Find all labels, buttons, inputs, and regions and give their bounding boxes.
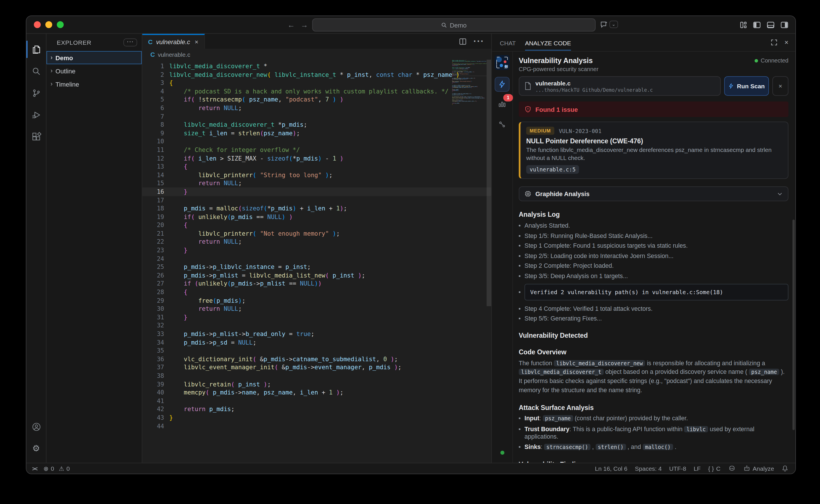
scan-target-file[interactable]: vulnerable.c ...thons/HackTU Github/Demo… xyxy=(519,76,721,96)
code-line: 33 p_mdis->p_mlist->b_read_only = true; xyxy=(142,330,491,338)
code-line: 17 xyxy=(142,196,491,204)
vulnerability-title: NULL Pointer Dereference (CWE-476) xyxy=(526,138,782,144)
traffic-lights xyxy=(34,21,64,28)
bullet-dot xyxy=(519,291,520,293)
scan-tool-icon[interactable] xyxy=(495,77,509,92)
customize-layout-icon[interactable] xyxy=(740,21,747,28)
analysis-log-list: Analysis Started.Step 1/5: Running Rule-… xyxy=(519,222,788,280)
code-line: 34 p_mdis->p_sd = NULL; xyxy=(142,338,491,346)
explorer-more-actions[interactable]: ··· xyxy=(123,38,137,46)
c-file-icon: C xyxy=(150,51,155,58)
code-line: 27 if (unlikely(p_mdis->p_mlist == NULL)… xyxy=(142,280,491,288)
code-line: 13 { xyxy=(142,162,491,171)
code-line: 29 free(p_mdis); xyxy=(142,296,491,304)
source-control-activity-icon[interactable] xyxy=(26,82,46,104)
attack-surface-heading: Attack Surface Analysis xyxy=(519,404,788,411)
flow-graph-tool-icon[interactable] xyxy=(495,117,509,132)
editor-scrollbar[interactable] xyxy=(487,60,491,306)
split-editor-icon[interactable] xyxy=(459,38,466,45)
code-line: 43} xyxy=(142,413,491,422)
panel-scrollbar[interactable] xyxy=(792,220,795,430)
code-line: 10 xyxy=(142,137,491,146)
extensions-activity-icon[interactable] xyxy=(26,126,46,147)
problems-indicator[interactable]: ⊗0 ⚠0 xyxy=(43,465,70,472)
command-center-search[interactable]: Demo xyxy=(312,18,595,32)
panel-content: Vulnerability Analysis CPG-powered secur… xyxy=(513,52,795,463)
forward-button[interactable]: → xyxy=(301,20,308,29)
explorer-activity-icon[interactable] xyxy=(26,38,46,60)
chat-sparkle-icon xyxy=(600,21,608,28)
graphide-analysis-header[interactable]: Graphide Analysis xyxy=(519,186,788,201)
sidebar-item-outline[interactable]: › Outline xyxy=(46,64,142,77)
minimap[interactable]: 1libvlc_media_discoverer_t *2libvlc_medi… xyxy=(452,60,487,109)
chevron-down-icon: ⌄ xyxy=(609,21,618,28)
search-value: Demo xyxy=(450,22,467,28)
clear-file-button[interactable]: × xyxy=(772,76,788,96)
code-line: 39 libvlc_retain( p_inst ); xyxy=(142,380,491,388)
editor-more-actions-icon[interactable]: ··· xyxy=(473,36,484,46)
issue-count-badge: 1 xyxy=(503,94,513,101)
warning-icon: ⚠ xyxy=(59,465,64,472)
eol-setting[interactable]: LF xyxy=(694,465,701,472)
green-dot-icon xyxy=(754,59,758,62)
code-line: 9 size_t i_len = strlen(psz_name); xyxy=(142,129,491,137)
sidebar-item-timeline[interactable]: › Timeline xyxy=(46,77,142,91)
lightning-icon xyxy=(729,83,734,89)
code-line: 37 libvlc_event_manager_init( &p_mdis->e… xyxy=(452,97,487,98)
log-item: Step 3/5: Deep Analysis on 1 targets... xyxy=(519,272,788,280)
issues-banner-text: Found 1 issue xyxy=(535,106,578,113)
language-mode[interactable]: { }C xyxy=(708,465,721,472)
file-name: vulnerable.c xyxy=(535,79,653,86)
log-item: Step 2 Complete: Project loaded. xyxy=(519,262,788,269)
tab-analyze-code[interactable]: ANALYZE CODE xyxy=(525,35,571,50)
attack-surface-item: Trust Boundary: This is a public-facing … xyxy=(519,425,788,440)
code-line: 40 memcpy( p_mdis->name, psz_name, i_len… xyxy=(142,388,491,396)
minimize-window-button[interactable] xyxy=(45,21,52,28)
accounts-icon[interactable] xyxy=(26,416,46,437)
code-editor[interactable]: 1libvlc_media_discoverer_t *2libvlc_medi… xyxy=(142,60,491,463)
cursor-position[interactable]: Ln 16, Col 6 xyxy=(595,465,628,472)
analyze-status-item[interactable]: Analyze xyxy=(743,465,774,472)
vulnerability-detected-heading: Vulnerability Detected xyxy=(519,332,788,339)
explorer-title: EXPLORER xyxy=(57,39,91,46)
run-debug-activity-icon[interactable] xyxy=(26,104,46,126)
chevron-down-icon xyxy=(777,191,783,197)
sidebar-item-demo[interactable]: › Demo xyxy=(46,51,142,64)
tab-label: vulnerable.c xyxy=(156,38,190,45)
code-line: 42 return p_mdis; xyxy=(142,405,491,413)
expand-icon[interactable] xyxy=(771,39,778,46)
search-activity-icon[interactable] xyxy=(26,60,46,82)
toggle-panel-icon[interactable] xyxy=(767,21,775,28)
panel-icon-strip: 1 xyxy=(492,52,513,463)
scanner-logo-avatar xyxy=(495,55,509,70)
settings-gear-icon[interactable]: ⚙ xyxy=(26,437,46,459)
tab-chat[interactable]: CHAT xyxy=(500,35,516,50)
scanner-title: Vulnerability Analysis xyxy=(519,57,598,65)
breadcrumb[interactable]: C vulnerable.c xyxy=(142,49,491,60)
copilot-chat-control[interactable]: ⌄ xyxy=(598,18,620,30)
toggle-secondary-sidebar-icon[interactable] xyxy=(780,21,788,28)
remote-indicator-icon[interactable]: >< xyxy=(32,465,36,472)
vulnerability-location-chip[interactable]: vulnerable.c:5 xyxy=(526,165,579,174)
tab-close-icon[interactable]: × xyxy=(195,38,198,45)
close-panel-icon[interactable]: × xyxy=(784,38,788,46)
explorer-sidebar: EXPLORER ··· › Demo › Outline › Timeline xyxy=(46,34,142,463)
close-window-button[interactable] xyxy=(34,21,41,28)
notifications-bell-icon[interactable] xyxy=(782,465,788,472)
toggle-primary-sidebar-icon[interactable] xyxy=(753,21,761,28)
copilot-status-icon[interactable] xyxy=(728,465,735,472)
error-icon: ⊗ xyxy=(43,465,48,472)
zoom-window-button[interactable] xyxy=(57,21,64,28)
indentation-setting[interactable]: Spaces: 4 xyxy=(635,465,662,472)
results-tool-icon[interactable]: 1 xyxy=(495,97,509,112)
code-line: 35 xyxy=(142,346,491,355)
tab-vulnerable-c[interactable]: C vulnerable.c × xyxy=(142,34,204,49)
back-button[interactable]: ← xyxy=(288,20,295,29)
vulnerability-card[interactable]: MEDIUM VULN-2023-001 NULL Pointer Derefe… xyxy=(519,122,788,179)
code-line: 1libvlc_media_discoverer_t * xyxy=(142,62,491,70)
vulnerability-id: VULN-2023-001 xyxy=(559,128,602,134)
code-line: 23 } xyxy=(142,246,491,254)
run-scan-button[interactable]: Run Scan xyxy=(724,76,769,96)
encoding-setting[interactable]: UTF-8 xyxy=(669,465,686,472)
extensions-icon xyxy=(31,132,41,141)
